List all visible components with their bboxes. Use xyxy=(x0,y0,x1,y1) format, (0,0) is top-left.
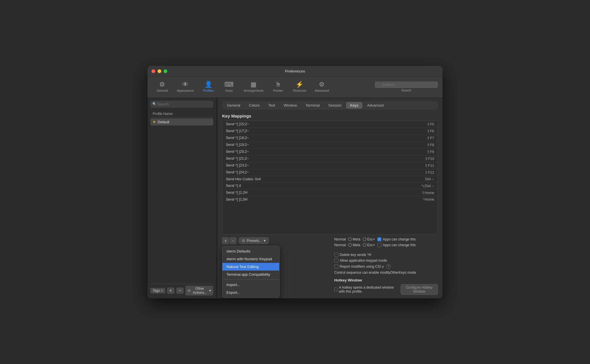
dropdown-item-export[interactable]: Export... xyxy=(222,289,279,296)
sidebar-footer: Tags > + − ⊙ Other Actions... ▾ xyxy=(150,284,213,295)
tab-terminal[interactable]: Terminal xyxy=(302,102,324,109)
minimize-button[interactable] xyxy=(158,69,161,73)
option-row-6: Control sequence can enable modifyOtherK… xyxy=(334,271,438,275)
toolbar-search-input[interactable] xyxy=(375,81,438,88)
toolbar-label-appearance: Appearance xyxy=(177,89,194,92)
km-key: ⌥Del→ xyxy=(405,184,434,188)
radio-circle-meta-2 xyxy=(348,243,352,247)
radio-esc-label-2: Esc+ xyxy=(367,243,375,247)
table-row: Send ^[ [21;2~ ⇧F10 xyxy=(222,155,438,162)
checkbox-apps-2[interactable]: Apps can change this xyxy=(377,243,416,247)
radio-esc-2[interactable]: Esc+ xyxy=(363,243,375,247)
km-action: Send ^[ [15;2~ xyxy=(226,122,405,126)
remove-profile-button[interactable]: − xyxy=(176,287,184,294)
toolbar-item-arrangements[interactable]: ▦ Arrangements xyxy=(240,80,267,94)
checkbox-apps-1[interactable]: Apps can change this xyxy=(377,237,416,241)
toolbar-item-appearance[interactable]: 👁 Appearance xyxy=(173,80,198,94)
tab-general[interactable]: General xyxy=(223,102,244,109)
general-icon: ⚙ xyxy=(159,81,165,88)
bottom-controls: + − ⊙ Presets... ▾ xterm Defaults xterm … xyxy=(222,237,438,295)
presets-button[interactable]: ⊙ Presets... ▾ xyxy=(239,237,269,244)
add-mapping-button[interactable]: + xyxy=(222,237,229,244)
default-star-icon: ★ xyxy=(153,120,156,124)
configure-hotkey-button[interactable]: Configure Hotkey Window xyxy=(401,284,438,295)
km-key: ⇧F5 xyxy=(405,122,434,126)
checkbox-app-keypad[interactable]: Allow application keypad mode xyxy=(334,259,387,263)
dropdown-item-import[interactable]: Import... xyxy=(222,281,279,289)
presets-label: Presets... xyxy=(247,239,262,243)
search-wrapper: 🔍 xyxy=(375,81,438,88)
km-key: ⇧F8 xyxy=(405,143,434,147)
tab-text[interactable]: Text xyxy=(264,102,279,109)
add-profile-button[interactable]: + xyxy=(167,287,174,294)
checkbox-box-hotkey xyxy=(334,287,337,291)
toolbar-item-profiles[interactable]: 👤 Profiles xyxy=(198,80,218,94)
toolbar-item-shortcuts[interactable]: ⚡ Shortcuts xyxy=(289,80,310,94)
km-key: ^Home xyxy=(405,197,434,201)
tab-keys[interactable]: Keys xyxy=(346,102,362,109)
radio-meta-label-2: Meta xyxy=(353,243,360,247)
presets-dropdown: xterm Defaults xterm with Numeric Keypad… xyxy=(222,246,280,298)
toolbar-item-advanced[interactable]: ⚙ Advanced xyxy=(311,80,333,94)
close-button[interactable] xyxy=(152,69,155,73)
window-title: Preferences xyxy=(285,69,305,73)
table-row: Send ^[ [1;2H ⇧Home xyxy=(222,189,438,196)
toolbar-item-keys[interactable]: ⌨ Keys xyxy=(219,80,239,94)
radio-esc-1[interactable]: Esc+ xyxy=(363,237,375,241)
dropdown-item-natural-text[interactable]: Natural Text Editing xyxy=(222,263,279,271)
tab-window[interactable]: Window xyxy=(280,102,301,109)
km-key: ⇧F9 xyxy=(405,150,434,154)
table-row: Send ^[ [17;2~ ⇧F6 xyxy=(222,128,438,135)
radio-circle-esc-1 xyxy=(363,237,366,241)
control-row: + − ⊙ Presets... ▾ xyxy=(222,237,269,244)
radio-meta-2[interactable]: Meta xyxy=(348,243,360,247)
arrangements-icon: ▦ xyxy=(251,81,257,88)
checkbox-box-2 xyxy=(377,243,381,247)
checkbox-hotkey[interactable]: A hotkey opens a dedicated window with t… xyxy=(334,285,398,293)
tab-session[interactable]: Session xyxy=(324,102,346,109)
profile-item-default[interactable]: ★ Default xyxy=(150,118,213,126)
app-keypad-label: Allow application keypad mode xyxy=(340,259,387,263)
help-icon[interactable]: ? xyxy=(386,264,391,269)
sidebar-spacer xyxy=(150,126,213,284)
pointer-icon: 🖱 xyxy=(275,81,281,88)
toolbar-item-general[interactable]: ⚙ General xyxy=(152,80,172,94)
checkbox-box-3 xyxy=(334,253,338,257)
toolbar: ⚙ General 👁 Appearance 👤 Profiles ⌨ Keys… xyxy=(148,77,442,98)
hotkey-title: Hotkey Window xyxy=(334,278,438,282)
km-action: Send ^[ [20;2~ xyxy=(226,150,405,154)
dropdown-item-terminal-app[interactable]: Terminal.app Compatibility xyxy=(222,271,279,278)
tab-advanced[interactable]: Advanced xyxy=(363,102,388,109)
checkbox-csi-u[interactable]: Report modifiers using CSI u xyxy=(334,265,384,269)
maximize-button[interactable] xyxy=(164,69,167,73)
radio-meta-label-1: Meta xyxy=(353,237,360,241)
checkbox-label-1: Apps can change this xyxy=(383,237,416,241)
dropdown-item-xterm-numeric[interactable]: xterm with Numeric Keypad xyxy=(222,255,279,263)
radio-meta-1[interactable]: Meta xyxy=(348,237,360,241)
other-actions-button[interactable]: ⊙ Other Actions... ▾ xyxy=(185,286,213,295)
dropdown-item-xterm-defaults[interactable]: xterm Defaults xyxy=(222,247,279,255)
options-section: Normal Meta Esc+ Apps can change this xyxy=(334,237,438,295)
presets-gear-icon: ⊙ xyxy=(242,238,245,243)
table-row: Send ^[ d ⌥Del→ xyxy=(222,183,438,189)
radio-circle-meta-1 xyxy=(348,237,352,241)
remove-mapping-button[interactable]: − xyxy=(230,237,236,244)
table-row: Send ^[ [1;5H ^Home xyxy=(222,196,438,203)
tab-colors[interactable]: Colors xyxy=(245,102,264,109)
km-action: Send ^[ [17;2~ xyxy=(226,129,405,133)
sidebar-table-header: Profile Name xyxy=(150,111,213,117)
sidebar-search-input[interactable] xyxy=(150,101,213,108)
checkbox-delete-key[interactable]: Delete key sends ^H xyxy=(334,253,371,257)
toolbar-search-label: Search xyxy=(401,89,412,92)
option-row-5: Report modifiers using CSI u ? xyxy=(334,264,438,269)
checkbox-box-4 xyxy=(334,259,338,263)
option-label-normal-2: Normal xyxy=(334,243,346,247)
appearance-icon: 👁 xyxy=(182,81,189,88)
toolbar-item-pointer[interactable]: 🖱 Pointer xyxy=(268,80,288,94)
toolbar-label-profiles: Profiles xyxy=(203,89,214,92)
advanced-icon: ⚙ xyxy=(319,81,325,88)
tags-button[interactable]: Tags > xyxy=(150,288,165,293)
km-action: Send Hex Codes: 0x4 xyxy=(226,177,405,181)
radio-esc-label-1: Esc+ xyxy=(367,237,375,241)
hotkey-section: Hotkey Window A hotkey opens a dedicated… xyxy=(334,278,438,295)
